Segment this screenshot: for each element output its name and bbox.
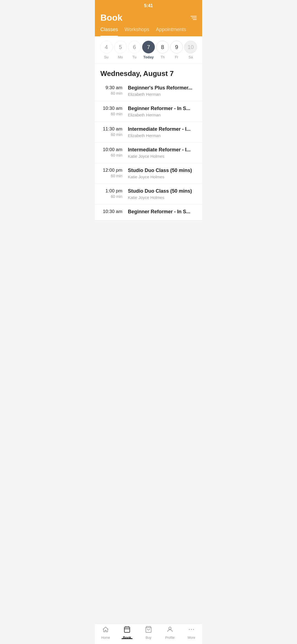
calendar-day-8[interactable]: 8 Th: [156, 41, 169, 59]
classes-list: 9:30 am 60 min Beginner's Plus Reformer.…: [95, 81, 202, 220]
nav-item-more[interactable]: More: [182, 626, 201, 640]
calendar-day-6[interactable]: 6 Tu: [128, 41, 141, 59]
class-instructor-1: Elizabeth Herman: [128, 113, 197, 117]
nav-label-more: More: [188, 636, 195, 640]
day-number-8: 8: [156, 41, 169, 53]
class-details-3: Intermediate Reformer - I... Katie Joyce…: [128, 147, 197, 159]
class-time-4: 12:00 pm 60 min: [100, 168, 128, 178]
filter-icon-line1: [191, 16, 197, 17]
svg-rect-0: [124, 627, 130, 632]
class-item-5[interactable]: 1:00 pm 60 min Studio Duo Class (50 mins…: [95, 184, 202, 204]
tab-appointments[interactable]: Appointments: [156, 27, 186, 36]
date-heading: Wednesday, August 7: [100, 69, 197, 78]
date-heading-section: Wednesday, August 7: [95, 64, 202, 81]
calendar-row: 4 Su 5 Mo 6 Tu 7 Today 8 Th 9 Fr: [99, 41, 198, 59]
buy-icon: [145, 626, 152, 635]
calendar-day-5[interactable]: 5 Mo: [114, 41, 127, 59]
calendar-day-4[interactable]: 4 Su: [100, 41, 113, 59]
class-time-5: 1:00 pm 60 min: [100, 188, 128, 199]
nav-item-home[interactable]: Home: [96, 626, 115, 640]
class-item-4[interactable]: 12:00 pm 60 min Studio Duo Class (50 min…: [95, 163, 202, 184]
home-icon: [102, 626, 109, 635]
svg-point-2: [189, 629, 190, 630]
class-details-2: Intermediate Reformer - I... Elizabeth H…: [128, 126, 197, 138]
svg-point-4: [193, 629, 194, 630]
class-time-value-0: 9:30 am: [100, 85, 122, 91]
filter-icon-line3: [193, 19, 197, 20]
status-bar: 5:41: [95, 0, 202, 10]
class-item-1[interactable]: 10:30 am 60 min Beginner Reformer - In S…: [95, 101, 202, 122]
calendar-day-9[interactable]: 9 Fr: [170, 41, 183, 59]
day-label-9: Fr: [175, 55, 178, 59]
class-time-value-3: 10:00 am: [100, 147, 122, 152]
class-time-0: 9:30 am 60 min: [100, 85, 128, 95]
page-title: Book: [100, 13, 122, 23]
class-details-1: Beginner Reformer - In S... Elizabeth He…: [128, 106, 197, 117]
class-time-value-4: 12:00 pm: [100, 168, 122, 173]
nav-item-profile[interactable]: Profile: [160, 626, 180, 640]
tab-bar: Classes Workshops Appointments: [95, 23, 202, 36]
class-item-6[interactable]: 10:30 am Beginner Reformer - In S...: [95, 204, 202, 220]
class-name-5: Studio Duo Class (50 mins): [128, 188, 197, 194]
calendar-section: 4 Su 5 Mo 6 Tu 7 Today 8 Th 9 Fr: [95, 36, 202, 64]
class-item-0[interactable]: 9:30 am 60 min Beginner's Plus Reformer.…: [95, 81, 202, 101]
class-time-value-1: 10:30 am: [100, 106, 122, 111]
class-instructor-3: Katie Joyce Holmes: [128, 154, 197, 159]
svg-point-1: [169, 627, 171, 629]
svg-point-3: [191, 629, 192, 630]
calendar-day-10[interactable]: 10 Sa: [184, 41, 197, 59]
class-time-value-5: 1:00 pm: [100, 188, 122, 194]
class-duration-3: 60 min: [100, 153, 122, 157]
class-details-4: Studio Duo Class (50 mins) Katie Joyce H…: [128, 168, 197, 179]
day-label-4: Su: [104, 55, 109, 59]
day-number-6: 6: [128, 41, 141, 53]
day-label-8: Th: [161, 55, 165, 59]
class-item-3[interactable]: 10:00 am 60 min Intermediate Reformer - …: [95, 143, 202, 163]
class-item-2[interactable]: 11:30 am 60 min Intermediate Reformer - …: [95, 122, 202, 143]
class-duration-5: 60 min: [100, 194, 122, 199]
tab-workshops[interactable]: Workshops: [125, 27, 149, 36]
tab-classes[interactable]: Classes: [100, 27, 118, 36]
main-content: 4 Su 5 Mo 6 Tu 7 Today 8 Th 9 Fr: [95, 36, 202, 242]
day-label-7: Today: [143, 55, 153, 59]
class-duration-1: 60 min: [100, 112, 122, 116]
bottom-nav: Home Book Buy Profile: [95, 623, 202, 644]
class-name-0: Beginner's Plus Reformer...: [128, 85, 197, 91]
class-name-4: Studio Duo Class (50 mins): [128, 168, 197, 173]
class-details-6: Beginner Reformer - In S...: [128, 209, 197, 216]
class-name-1: Beginner Reformer - In S...: [128, 106, 197, 111]
day-label-10: Sa: [188, 55, 193, 59]
class-time-6: 10:30 am: [100, 209, 128, 215]
day-number-7: 7: [142, 41, 155, 53]
nav-item-book[interactable]: Book: [117, 626, 137, 640]
calendar-day-7[interactable]: 7 Today: [142, 41, 155, 59]
class-duration-2: 60 min: [100, 132, 122, 137]
day-number-5: 5: [114, 41, 127, 53]
class-instructor-0: Elizabeth Herman: [128, 92, 197, 97]
day-label-6: Tu: [132, 55, 136, 59]
book-icon: [123, 626, 131, 635]
header: Book: [95, 10, 202, 23]
day-label-5: Mo: [118, 55, 123, 59]
class-time-2: 11:30 am 60 min: [100, 126, 128, 137]
class-time-3: 10:00 am 60 min: [100, 147, 128, 157]
profile-icon: [166, 626, 174, 635]
class-details-0: Beginner's Plus Reformer... Elizabeth He…: [128, 85, 197, 97]
nav-item-buy[interactable]: Buy: [139, 626, 158, 640]
day-number-9: 9: [170, 41, 183, 53]
class-time-value-6: 10:30 am: [100, 209, 122, 214]
class-duration-4: 60 min: [100, 174, 122, 178]
day-number-10: 10: [184, 41, 197, 53]
filter-button[interactable]: [191, 16, 197, 20]
nav-label-buy: Buy: [146, 636, 152, 640]
class-instructor-4: Katie Joyce Holmes: [128, 174, 197, 179]
class-name-6: Beginner Reformer - In S...: [128, 209, 197, 215]
class-name-2: Intermediate Reformer - I...: [128, 126, 197, 132]
nav-label-profile: Profile: [165, 636, 175, 640]
class-time-value-2: 11:30 am: [100, 126, 122, 132]
class-time-1: 10:30 am 60 min: [100, 106, 128, 116]
class-details-5: Studio Duo Class (50 mins) Katie Joyce H…: [128, 188, 197, 200]
status-time: 5:41: [144, 3, 153, 8]
nav-label-home: Home: [101, 636, 110, 640]
class-instructor-5: Katie Joyce Holmes: [128, 195, 197, 200]
